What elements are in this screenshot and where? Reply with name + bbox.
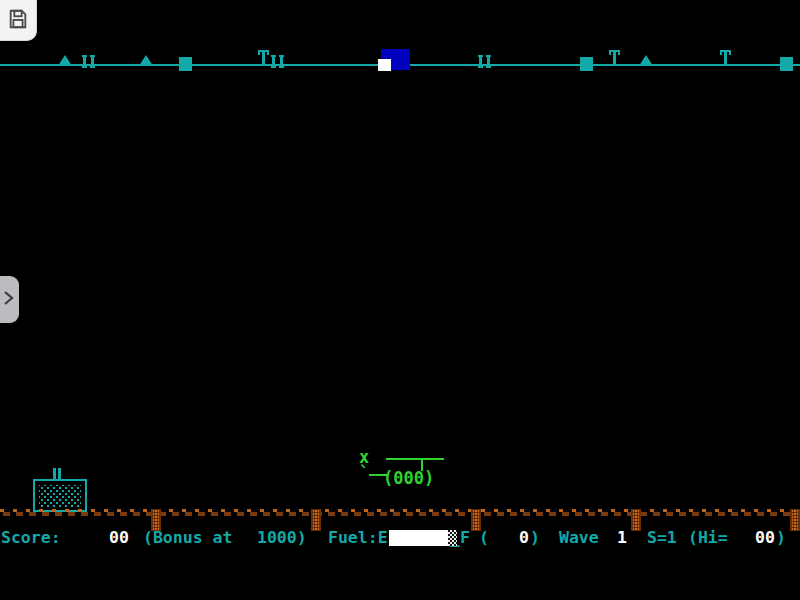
floppy-disk-icon [7,8,29,33]
expand-sidebar-button[interactable] [0,276,19,323]
status-segment: ) [530,528,540,548]
status-segment: (Hi= [688,528,728,548]
horizon-sprite-tree [58,55,72,66]
fuel-gauge-fill [389,530,448,546]
depot-chimney [58,468,61,479]
status-segment: 00 [109,528,129,548]
status-segment: ) [776,528,786,548]
horizon-sprite-ibars [82,53,95,72]
horizon-sprite-ibars [271,53,284,72]
runway-ground [0,509,800,516]
horizon-sprite-block [780,57,793,71]
game-screen: (000) ` x Score:00(Bonus at1000)Fuel:E_F… [0,0,800,600]
status-segment: 0 [519,528,529,548]
helicopter-body: (000) [383,469,434,487]
depot-chimney [53,468,56,479]
status-segment: ( [479,528,489,548]
fuel-depot [33,479,87,512]
status-segment: Fuel:E [328,528,388,548]
horizon-sprite-tower [719,50,732,70]
helicopter-rotor [386,458,444,460]
status-segment: 00 [755,528,775,548]
helicopter-marker: x [359,448,369,466]
horizon-sprite-tower [257,50,270,70]
status-segment: S=1 [647,528,677,548]
status-segment: 1 [617,528,627,548]
save-button[interactable] [0,0,37,41]
horizon-sprite-tree [139,55,153,66]
status-segment: (Bonus at [143,528,232,548]
fuel-gauge-marker [448,530,457,546]
mothership-pod [378,59,391,71]
status-bar: Score:00(Bonus at1000)Fuel:E_F(0)Wave1S=… [0,528,800,548]
horizon-sprite-tower [608,50,621,70]
horizon-sprite-ibars [478,53,491,72]
horizon-sprite-tree [639,55,653,66]
fuel-depot-fill [39,485,81,507]
chevron-right-icon [0,286,16,313]
status-segment: Score: [1,528,61,548]
status-segment: 1000) [257,528,307,548]
horizon-sprite-block [580,57,593,71]
horizon-sprite-block [179,57,192,71]
status-segment: Wave [559,528,599,548]
